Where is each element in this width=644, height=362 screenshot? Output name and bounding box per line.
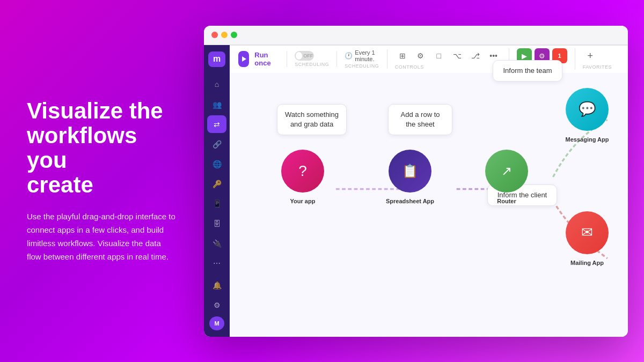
sidebar-item-connections[interactable]: 🔗 [207, 135, 226, 153]
node-yourapp[interactable]: ? Your app [281, 150, 324, 193]
workflow-canvas: Watch something and grab data Add a row … [230, 45, 628, 309]
spreadsheet-circle: 📋 [389, 150, 431, 193]
sidebar-item-bell[interactable]: 🔔 [207, 277, 226, 294]
sidebar-item-settings[interactable]: ⚙ [207, 297, 226, 314]
callout-addrow: Add a row to the sheet [388, 104, 452, 135]
messaging-circle: 💬 [566, 88, 609, 131]
node-mailing[interactable]: ✉ Mailing App [566, 211, 609, 254]
sidebar-item-mobile[interactable]: 📱 [207, 195, 226, 212]
sidebar-logo: m [208, 51, 225, 67]
sidebar-item-database[interactable]: 🗄 [207, 215, 226, 232]
left-section: Visualize the workflows you create Use t… [0, 67, 204, 296]
spreadsheet-label: Spreadsheet App [386, 198, 434, 204]
description-text: Use the playful drag-and-drop interface … [27, 210, 177, 263]
node-spreadsheet[interactable]: 📋 Spreadsheet App [389, 150, 431, 193]
mailing-circle: ✉ [566, 211, 609, 254]
maximize-button[interactable] [231, 32, 237, 38]
sidebar-item-globe[interactable]: 🌐 [207, 155, 226, 173]
yourapp-label: Your app [290, 198, 316, 204]
minimize-button[interactable] [221, 32, 228, 38]
sidebar-item-more[interactable]: ⋯ [207, 255, 226, 272]
scheduling-toggle[interactable]: OFF [295, 51, 314, 61]
sidebar-item-home[interactable]: ⌂ [207, 76, 226, 93]
yourapp-circle: ? [281, 150, 324, 193]
messaging-label: Messaging App [566, 136, 609, 143]
sidebar-item-plugin[interactable]: 🔌 [207, 235, 226, 253]
sidebar-item-avatar[interactable]: M [209, 316, 224, 330]
router-circle: ↗ [485, 150, 528, 193]
router-label: Router [497, 198, 516, 204]
sidebar-item-team[interactable]: 👥 [207, 95, 226, 113]
sidebar-item-workflows[interactable]: ⇄ [207, 115, 226, 133]
callout-watch: Watch something and grab data [277, 104, 347, 135]
main-heading: Visualize the workflows you create [27, 99, 177, 198]
callout-team: Inform the team [493, 60, 562, 82]
canvas-area: Watch something and grab data Add a row … [230, 45, 628, 337]
sidebar-item-keys[interactable]: 🔑 [207, 175, 226, 193]
sidebar: m ⌂ 👥 ⇄ 🔗 🌐 🔑 📱 🗄 🔌 ⋯ 🔔 ⚙ M [204, 45, 230, 337]
close-button[interactable] [211, 32, 218, 38]
node-router[interactable]: ↗ Router [485, 150, 528, 193]
title-bar [204, 26, 628, 45]
app-window: m ⌂ 👥 ⇄ 🔗 🌐 🔑 📱 🗄 🔌 ⋯ 🔔 ⚙ M [204, 26, 628, 337]
app-body: m ⌂ 👥 ⇄ 🔗 🌐 🔑 📱 🗄 🔌 ⋯ 🔔 ⚙ M [204, 45, 628, 337]
mailing-label: Mailing App [570, 260, 604, 266]
node-messaging[interactable]: 💬 Messaging App [566, 88, 609, 131]
traffic-lights [211, 32, 237, 38]
